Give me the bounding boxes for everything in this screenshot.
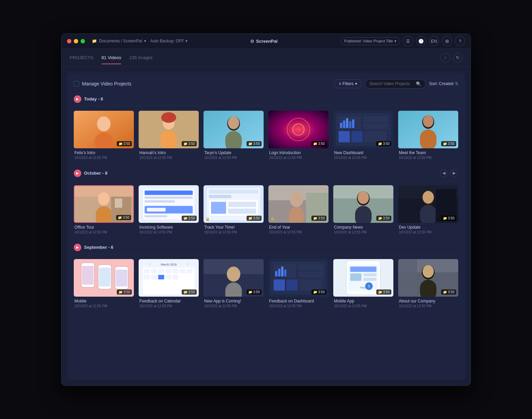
video-thumb-invoicing: 📁 3:50 [139, 185, 199, 223]
svg-rect-51 [228, 202, 256, 207]
auto-backup-toggle[interactable]: Auto Backup: OFF ▾ [150, 39, 187, 43]
section-toggle-today[interactable]: ▶ [74, 95, 81, 103]
video-date-hannahintro: 10/13/22 at 12:55 PM [139, 156, 198, 160]
svg-rect-62 [355, 206, 372, 223]
video-card-hannahintro[interactable]: 📁 3:50 Hannah's Intro 10/13/22 at 12:55 … [139, 111, 199, 160]
layers-button[interactable]: ⊞ [442, 36, 452, 46]
tab-images[interactable]: 235 Images [129, 55, 153, 64]
filters-label: Filters [342, 81, 354, 86]
tab-videos[interactable]: 81 Videos [101, 55, 121, 64]
svg-rect-18 [363, 123, 388, 129]
video-card-feedbackdash[interactable]: 📁 3:50 Feedback on Dashboard 10/13/22 at… [268, 259, 328, 308]
tab-projects[interactable]: PROJECTS [70, 55, 93, 64]
duration-dashboard: 📁 3:50 [376, 141, 391, 146]
chevron-down-icon: ▾ [355, 81, 357, 86]
video-card-mobileapp[interactable]: S Request 📁 3:50 Mobile App 10/13/22 at … [333, 259, 393, 308]
video-info-logointro: Logo Introduction 10/13/22 at 12:55 PM [268, 148, 328, 160]
video-info-officetour: Office Tour 10/13/22 at 12:55 PM [74, 223, 134, 234]
nav-next-october[interactable]: ▶ [450, 169, 458, 177]
video-card-felixintro[interactable]: 📁 3:50 Felix's Intro 10/13/22 at 12:55 P… [74, 111, 134, 160]
video-card-companynews[interactable]: 📁 3:50 Company News 10/13/22 at 12:55 PM [333, 185, 393, 234]
duration-meetteam: 📁 3:50 [441, 141, 456, 146]
video-grid-october: 📁 3:50 Office Tour 10/13/22 at 12:55 PM [74, 185, 458, 234]
svg-rect-50 [211, 202, 226, 214]
video-card-devupdate[interactable]: 📁 3:50 Dev Update 10/13/22 at 12:55 PM [398, 185, 458, 234]
svg-rect-107 [278, 269, 281, 276]
app-name: ScreenPal [256, 39, 278, 44]
search-icon: 🔍 [416, 81, 421, 86]
sort-label: Sort: Created [429, 81, 453, 86]
chevron-down-icon: ▾ [144, 39, 146, 43]
video-thumb-felixintro: 📁 3:50 [74, 111, 134, 148]
video-card-taryn[interactable]: 📁 3:50 Taryn's Update 10/13/22 at 12:55 … [204, 111, 264, 160]
duration-mobile: 📁 3:50 [117, 289, 132, 295]
select-all-checkbox[interactable] [74, 81, 79, 86]
content-action-bar: ≡ Filters ▾ 🔍 Sort: Created ⇅ [334, 79, 458, 89]
video-card-trackyourtime[interactable]: 🔒 📁 3:50 Track Your Time! 10/13/22 at 12… [204, 185, 264, 234]
svg-rect-87 [180, 269, 186, 273]
published-dropdown[interactable]: Published: Video Project Title ▾ [340, 37, 400, 45]
duration-endofyear: 📁 3:50 [311, 216, 326, 221]
video-info-dashboard: New Dashboard 10/13/22 at 12:55 PM [333, 148, 393, 160]
svg-text:Request: Request [360, 286, 370, 289]
duration-companynews: 📁 3:50 [376, 216, 391, 221]
refresh-button[interactable]: ↻ [453, 53, 462, 63]
svg-rect-92 [165, 275, 171, 279]
close-button[interactable] [67, 39, 71, 43]
video-thumb-feedbackdash: 📁 3:50 [268, 259, 328, 297]
duration-mobileapp: 📁 3:50 [376, 289, 391, 295]
video-card-dashboard[interactable]: 📁 3:50 New Dashboard 10/13/22 at 12:55 P… [333, 111, 393, 160]
svg-rect-20 [351, 131, 363, 142]
video-info-taryn: Taryn's Update 10/13/22 at 12:55 PM [204, 148, 264, 160]
video-card-meetteam[interactable]: 📁 3:50 Meet the Team 10/13/22 at 12:55 P… [398, 111, 458, 160]
titlebar: 📁 Documents / ScreenPal ▾ Auto Backup: O… [61, 34, 471, 49]
section-toggle-september[interactable]: ▶ [74, 244, 81, 251]
video-card-mobile[interactable]: 📁 3:50 Mobile 10/13/22 at 12:55 PM [74, 259, 134, 308]
video-thumb-devupdate: 📁 3:50 [398, 185, 458, 223]
svg-rect-85 [165, 269, 171, 273]
section-title-september: September - 6 [84, 245, 113, 250]
tabs-bar: PROJECTS 81 Videos 235 Images ↑ ↻ [61, 49, 471, 67]
video-card-invoicing[interactable]: 📁 3:50 Invoicing Software 10/13/22 at 12… [139, 185, 199, 234]
nav-prev-october[interactable]: ◀ [440, 169, 448, 177]
lock-icon: 🔒 [206, 217, 210, 221]
search-input[interactable] [369, 81, 414, 86]
svg-rect-39 [145, 190, 193, 195]
maximize-button[interactable] [81, 39, 85, 43]
file-path[interactable]: 📁 Documents / ScreenPal ▾ [92, 39, 146, 43]
minimize-button[interactable] [74, 39, 78, 43]
svg-rect-75 [116, 269, 127, 286]
manage-title-label: Manage Video Projects [82, 81, 131, 86]
duration-logointro: 📁 3:50 [311, 141, 326, 146]
video-title-calendar: Feedback on Calendar [139, 299, 198, 303]
video-card-aboutcompany[interactable]: 📁 3:50 About our Company 10/13/22 at 12:… [398, 259, 458, 308]
help-button[interactable]: ? [455, 36, 465, 46]
video-card-newapp[interactable]: 📁 3:50 New App is Coming! 10/13/22 at 12… [204, 259, 264, 308]
video-info-invoicing: Invoicing Software 10/13/22 at 12:55 PM [139, 223, 199, 234]
traffic-lights [67, 39, 85, 43]
upload-button[interactable]: ↑ [440, 53, 450, 63]
video-card-endofyear[interactable]: 🔒 📁 3:50 End of Year 10/13/22 at 12:55 P… [268, 185, 328, 234]
history-button[interactable]: 🕐 [416, 36, 426, 46]
section-header-october: ▶ October - 8 ◀ ▶ [74, 169, 458, 180]
video-info-mobileapp: Mobile App 10/13/22 at 12:55 PM [333, 297, 393, 308]
video-card-officetour[interactable]: 📁 3:50 Office Tour 10/13/22 at 12:55 PM [74, 185, 134, 234]
video-info-meetteam: Meet the Team 10/13/22 at 12:55 PM [398, 148, 458, 160]
language-button[interactable]: EN [429, 36, 439, 46]
section-october: ▶ October - 8 ◀ ▶ [74, 169, 458, 234]
svg-rect-36 [115, 198, 122, 207]
video-info-felixintro: Felix's Intro 10/13/22 at 12:55 PM [74, 148, 134, 160]
section-header-today: ▶ Today - 6 [74, 95, 458, 106]
video-info-endofyear: End of Year 10/13/22 at 12:55 PM [268, 223, 328, 234]
section-toggle-october[interactable]: ▶ [74, 170, 81, 177]
menu-icon-button[interactable]: ☰ [403, 36, 413, 46]
video-info-trackyourtime: Track Your Time! 10/13/22 at 12:55 PM [204, 223, 264, 234]
video-card-calendar[interactable]: March 2019 ‹ › [139, 259, 199, 308]
video-card-logointro[interactable]: 📁 3:50 Logo Introduction 10/13/22 at 12:… [268, 111, 328, 160]
filters-button[interactable]: ≡ Filters ▾ [334, 79, 362, 88]
sort-button[interactable]: Sort: Created ⇅ [429, 81, 458, 86]
svg-point-33 [98, 192, 110, 205]
video-date-logointro: 10/13/22 at 12:55 PM [269, 156, 328, 160]
search-box: 🔍 [365, 79, 426, 89]
video-grid-september: 📁 3:50 Mobile 10/13/22 at 12:55 PM [74, 259, 458, 308]
